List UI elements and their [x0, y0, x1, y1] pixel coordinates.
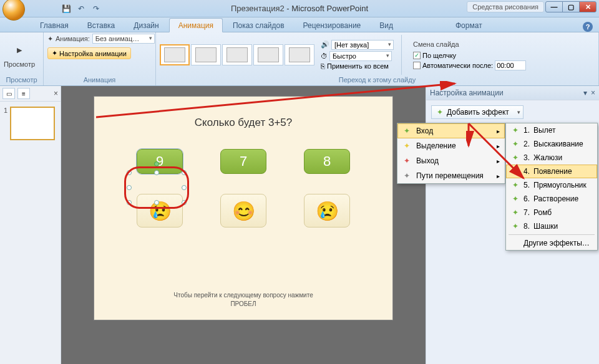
auto-after-label: Автоматически после: — [422, 62, 493, 69]
yellow-star-icon: ✦ — [402, 141, 411, 150]
menu-emphasis-label: Выделение — [416, 141, 456, 150]
menu-item-exit[interactable]: ✦ Выход ▸ — [397, 153, 505, 168]
green-star-icon: ✦ — [511, 140, 520, 148]
sound-dropdown[interactable]: [Нет звука] — [331, 40, 394, 50]
outline-tab[interactable]: ≡ — [17, 88, 30, 99]
menu-entrance-label: Вход — [416, 127, 433, 135]
group-preview: Просмотр — [4, 75, 39, 84]
apply-all-button[interactable]: Применить ко всем — [327, 62, 389, 70]
transition-opt-3[interactable] — [253, 44, 283, 65]
smiley-3[interactable]: 😢 — [304, 194, 350, 228]
on-click-label: По щелчку — [422, 52, 456, 59]
chevron-right-icon: ▸ — [497, 173, 500, 180]
green-star-icon: ✦ — [511, 194, 520, 203]
chevron-right-icon: ▸ — [497, 128, 500, 135]
apply-all-icon: ⎘ — [321, 62, 325, 70]
effect-2[interactable]: ✦2. Выскакивание — [506, 137, 597, 151]
preview-label: Просмотр — [4, 60, 35, 68]
effect-1[interactable]: ✦1. Вылет — [506, 123, 597, 137]
add-effect-button[interactable]: ✦ Добавить эффект — [431, 105, 524, 119]
menu-exit-label: Выход — [416, 156, 439, 165]
custom-animation-button[interactable]: ✦ Настройка анимации — [47, 47, 131, 59]
thumb-number: 1 — [4, 107, 7, 114]
window-close[interactable]: ✕ — [579, 1, 597, 12]
on-click-checkbox[interactable] — [413, 52, 421, 59]
custom-animation-label: Настройка анимации — [59, 50, 127, 57]
gear-icon: ✦ — [52, 49, 57, 57]
green-star-icon: ✦ — [511, 181, 520, 189]
more-effects[interactable]: Другие эффекты… — [506, 236, 597, 250]
task-pane-close[interactable]: × — [591, 89, 595, 97]
effect-3[interactable]: ✦3. Жалюзи — [506, 151, 597, 165]
chevron-right-icon: ▸ — [497, 158, 500, 165]
tab-review[interactable]: Рецензирование — [295, 19, 370, 32]
green-star-icon: ✦ — [511, 167, 520, 176]
qat-undo[interactable]: ↶ — [75, 2, 87, 15]
menu-item-entrance[interactable]: ✦ Вход ▸ — [397, 123, 505, 138]
speed-dropdown[interactable]: Быстро — [329, 51, 392, 61]
transition-opt-4[interactable] — [285, 44, 314, 65]
green-star-icon: ✦ — [511, 126, 520, 135]
slide-thumbnail-1[interactable]: 1 — [4, 107, 57, 140]
slide-canvas[interactable]: Сколько будет 3+5? 9 7 8 😢 😊 😢 Чтобы пер… — [94, 96, 393, 320]
green-star-icon: ✦ — [511, 208, 520, 217]
smiley-2[interactable]: 😊 — [220, 194, 266, 228]
qat-redo[interactable]: ↷ — [90, 2, 102, 15]
answer-card-7[interactable]: 7 — [220, 149, 266, 174]
auto-time-input[interactable]: 00:00 — [495, 60, 526, 70]
group-animation: Анимация — [47, 75, 152, 84]
office-button[interactable] — [2, 0, 25, 21]
animation-label: ✦ — [47, 35, 53, 43]
animation-dropdown[interactable]: Без анимац… — [92, 34, 155, 44]
effect-4[interactable]: ✦4. Появление — [506, 165, 597, 178]
slide-footer: Чтобы перейти к следующему вопросу нажми… — [173, 291, 313, 309]
effect-list-menu: ✦1. Вылет ✦2. Выскакивание ✦3. Жалюзи ✦4… — [505, 123, 598, 251]
chevron-right-icon: ▸ — [497, 143, 500, 150]
sound-icon: 🔊 — [321, 41, 329, 49]
task-pane-title: Настройка анимации — [430, 89, 504, 97]
transition-opt-1[interactable] — [191, 44, 221, 65]
transition-opt-2[interactable] — [222, 44, 252, 65]
help-icon[interactable]: ? — [583, 22, 593, 32]
slide-change-title: Смена слайда — [413, 39, 526, 50]
tab-animation[interactable]: Анимация — [169, 18, 223, 32]
effect-5[interactable]: ✦5. Прямоугольник — [506, 178, 597, 192]
tab-design[interactable]: Дизайн — [125, 19, 167, 32]
effect-8[interactable]: ✦8. Шашки — [506, 219, 597, 233]
green-star-icon: ✦ — [511, 153, 520, 162]
menu-item-paths[interactable]: ✦ Пути перемещения ▸ — [397, 168, 505, 183]
window-maximize[interactable]: ▢ — [562, 1, 580, 12]
effect-6[interactable]: ✦6. Растворение — [506, 192, 597, 206]
speed-icon: ⏱ — [321, 52, 328, 60]
tab-format[interactable]: Формат — [447, 19, 491, 32]
preview-button[interactable]: ▶ Просмотр — [4, 42, 35, 68]
auto-after-checkbox[interactable] — [413, 62, 421, 69]
effect-7[interactable]: ✦7. Ромб — [506, 206, 597, 219]
answer-card-8[interactable]: 8 — [304, 149, 350, 174]
preview-icon: ▶ — [11, 42, 28, 59]
task-pane-menu-icon[interactable]: ▾ — [583, 89, 587, 97]
transition-gallery[interactable] — [160, 44, 314, 65]
star-icon: ✦ — [436, 108, 444, 117]
menu-item-emphasis[interactable]: ✦ Выделение ▸ — [397, 138, 505, 153]
menu-paths-label: Пути перемещения — [416, 171, 484, 180]
panel-close[interactable]: × — [54, 89, 58, 98]
contextual-tab-label: Средства рисования — [467, 1, 544, 12]
transition-none[interactable] — [160, 44, 190, 65]
slides-tab[interactable]: ▭ — [2, 88, 15, 99]
red-star-icon: ✦ — [402, 156, 411, 165]
green-star-icon: ✦ — [402, 127, 411, 135]
annotation-circle — [124, 166, 189, 209]
animation-text-label: Анимация: — [56, 35, 90, 42]
tab-view[interactable]: Вид — [371, 19, 402, 32]
thumb-preview — [10, 107, 55, 140]
tab-home[interactable]: Главная — [31, 19, 77, 32]
window-minimize[interactable]: — — [545, 1, 563, 12]
green-star-icon: ✦ — [511, 222, 520, 231]
effect-category-menu: ✦ Вход ▸ ✦ Выделение ▸ ✦ Выход ▸ ✦ Пути … — [397, 123, 505, 184]
qat-save[interactable]: 💾 — [60, 2, 72, 15]
tab-insert[interactable]: Вставка — [79, 19, 124, 32]
path-star-icon: ✦ — [402, 171, 411, 180]
slide-title: Сколько будет 3+5? — [195, 117, 292, 129]
tab-slideshow[interactable]: Показ слайдов — [224, 19, 293, 32]
